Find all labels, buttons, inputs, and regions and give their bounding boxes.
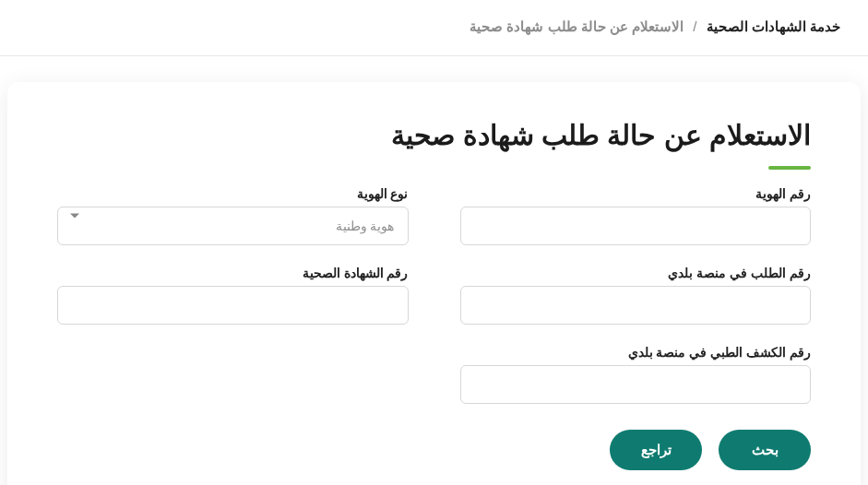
chevron-down-icon [70, 213, 79, 218]
label-med-exam: رقم الكشف الطبي في منصة بلدي [460, 345, 812, 360]
select-id-type-value: هوية وطنية [336, 207, 395, 245]
breadcrumb-current: الاستعلام عن حالة طلب شهادة صحية [470, 18, 684, 34]
action-bar: بحث تراجع [57, 430, 811, 470]
input-med-exam[interactable] [460, 365, 812, 404]
page-title: الاستعلام عن حالة طلب شهادة صحية [57, 117, 811, 155]
reset-button[interactable]: تراجع [610, 430, 702, 470]
empty-cell [57, 345, 409, 404]
input-id-number[interactable] [460, 207, 812, 245]
form-grid: رقم الهوية نوع الهوية هوية وطنية رقم الط… [57, 186, 811, 404]
input-cert-number[interactable] [57, 286, 409, 325]
field-id-type: نوع الهوية هوية وطنية [57, 186, 409, 245]
search-button[interactable]: بحث [719, 430, 811, 470]
label-id-type: نوع الهوية [57, 186, 409, 201]
select-id-type[interactable]: هوية وطنية [57, 207, 409, 245]
label-cert-number: رقم الشهادة الصحية [57, 266, 409, 280]
title-accent [768, 166, 811, 170]
breadcrumb-separator: / [693, 18, 696, 34]
form-card: الاستعلام عن حالة طلب شهادة صحية رقم اله… [7, 82, 861, 485]
breadcrumb: خدمة الشهادات الصحية / الاستعلام عن حالة… [0, 0, 868, 56]
field-id-number: رقم الهوية [460, 186, 812, 245]
field-med-exam: رقم الكشف الطبي في منصة بلدي [460, 345, 812, 404]
label-id-number: رقم الهوية [460, 186, 812, 201]
label-balady-request: رقم الطلب في منصة بلدي [460, 266, 812, 280]
field-cert-number: رقم الشهادة الصحية [57, 266, 409, 325]
input-balady-request[interactable] [460, 286, 812, 325]
breadcrumb-root[interactable]: خدمة الشهادات الصحية [707, 18, 840, 34]
field-balady-request: رقم الطلب في منصة بلدي [460, 266, 812, 325]
